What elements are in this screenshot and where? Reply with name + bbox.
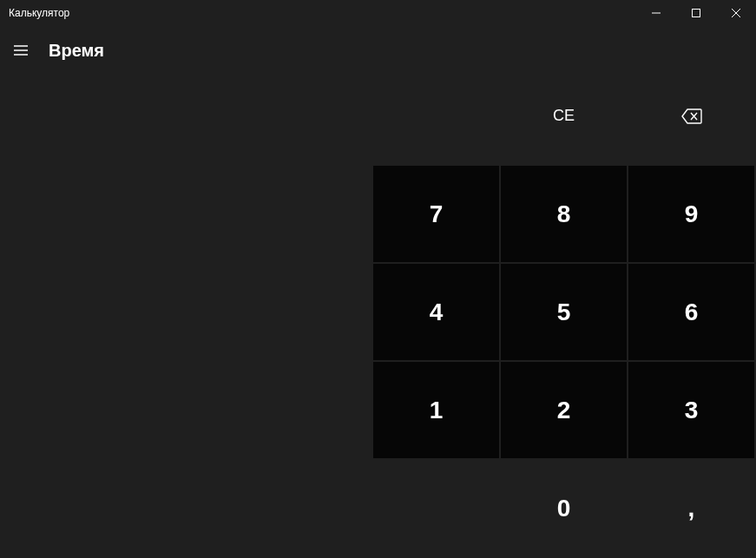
minimize-icon: [652, 9, 661, 17]
maximize-button[interactable]: [676, 0, 716, 26]
mode-title: Время: [49, 41, 104, 61]
keypad: CE 7 8 9 4 5 6 1 2 3 0 ,: [371, 66, 756, 558]
minimize-button[interactable]: [636, 0, 676, 26]
key-empty: [373, 460, 499, 556]
svg-rect-0: [693, 10, 700, 17]
key-9[interactable]: 9: [628, 166, 754, 262]
key-8[interactable]: 8: [501, 166, 627, 262]
hamburger-icon: [14, 45, 28, 56]
window-title: Калькулятор: [9, 7, 69, 19]
key-empty: [373, 68, 499, 164]
key-2[interactable]: 2: [501, 362, 627, 458]
key-3[interactable]: 3: [628, 362, 754, 458]
titlebar: Калькулятор: [0, 0, 756, 26]
key-backspace[interactable]: [628, 68, 754, 164]
key-5[interactable]: 5: [501, 264, 627, 360]
key-1[interactable]: 1: [373, 362, 499, 458]
menu-button[interactable]: [3, 33, 38, 68]
key-4[interactable]: 4: [373, 264, 499, 360]
close-button[interactable]: [716, 0, 756, 26]
close-icon: [732, 9, 740, 17]
backspace-icon: [681, 108, 702, 124]
key-7[interactable]: 7: [373, 166, 499, 262]
window-controls: [636, 0, 756, 26]
key-clear-entry[interactable]: CE: [501, 68, 627, 164]
key-6[interactable]: 6: [628, 264, 754, 360]
key-0[interactable]: 0: [501, 460, 627, 556]
maximize-icon: [692, 9, 700, 17]
key-decimal[interactable]: ,: [628, 460, 754, 556]
